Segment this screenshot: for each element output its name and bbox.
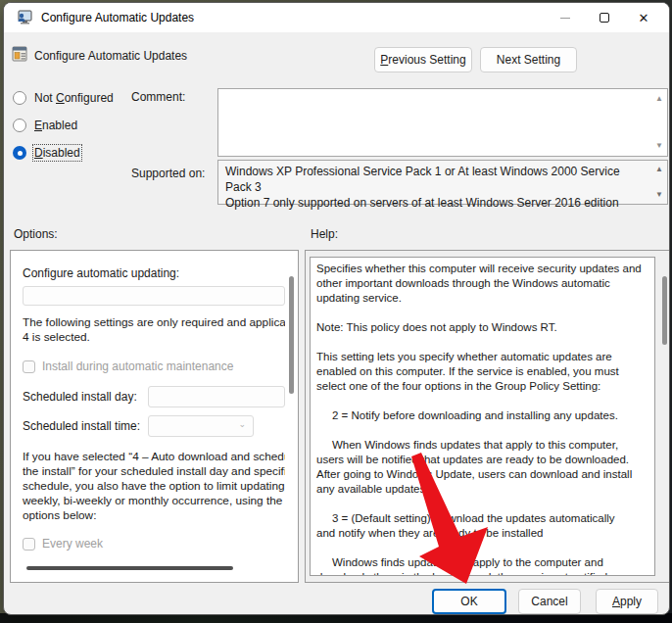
scheduled-day-row: Scheduled install day: xyxy=(23,386,285,407)
text-line: 3 = (Default setting) Download the updat… xyxy=(316,511,654,526)
text-line: weekly, bi-weekly or monthly occurrence,… xyxy=(23,494,285,508)
scroll-up-icon[interactable]: ▲ xyxy=(655,95,663,103)
radio-row-disabled[interactable]: Disabled xyxy=(13,146,80,160)
text-line: select one of the four options in the Gr… xyxy=(316,379,654,394)
help-text-box: Specifies whether this computer will rec… xyxy=(310,257,655,576)
every-week-checkbox-row: Every week xyxy=(23,537,285,551)
radio-not-configured[interactable] xyxy=(13,91,26,105)
cancel-button[interactable]: Cancel xyxy=(518,589,581,614)
ok-button[interactable]: OK xyxy=(432,589,506,614)
supported-on-label: Supported on: xyxy=(131,167,205,180)
scroll-down-icon[interactable]: ▼ xyxy=(655,191,663,199)
radio-label-enabled: Enabled xyxy=(34,119,77,132)
maximize-button[interactable] xyxy=(585,3,624,32)
text-line: 4 is selected. xyxy=(23,330,285,345)
window-controls: ✕ xyxy=(546,3,663,32)
text-line xyxy=(316,306,654,320)
text-line: The following settings are only required… xyxy=(23,315,285,330)
install-maintenance-checkbox[interactable] xyxy=(23,360,35,373)
text-line xyxy=(316,497,654,511)
supported-on-box: Windows XP Professional Service Pack 1 o… xyxy=(217,160,668,205)
previous-setting-button[interactable]: Previous Setting xyxy=(374,47,472,72)
every-week-label: Every week xyxy=(42,537,103,551)
configure-updating-combobox[interactable] xyxy=(23,286,285,306)
radio-disabled-selected[interactable] xyxy=(13,146,26,160)
options-label: Options: xyxy=(14,227,58,241)
options-panel: Configure automatic updating: The follow… xyxy=(10,250,299,583)
text-line: downloads them in the background; the us… xyxy=(316,570,654,576)
maximize-icon xyxy=(600,13,609,23)
close-button[interactable]: ✕ xyxy=(624,3,663,32)
every-week-checkbox[interactable] xyxy=(23,538,35,551)
comment-label: Comment: xyxy=(131,90,185,104)
radio-label-not-configured: Not Configured xyxy=(34,91,114,105)
options-horizontal-scrollbar[interactable] xyxy=(26,566,233,570)
radio-row-enabled[interactable]: Enabled xyxy=(13,119,77,132)
text-line: and notify when they are ready to be ins… xyxy=(316,526,654,541)
text-line: the install” for your scheduled install … xyxy=(23,464,285,479)
scheduled-time-row: Scheduled install time: ⌄ xyxy=(23,415,285,437)
maintenance-checkbox-row: Install during automatic maintenance xyxy=(23,359,285,373)
scheduled-time-dropdown[interactable]: ⌄ xyxy=(148,415,254,437)
minimize-icon xyxy=(560,18,570,19)
chevron-down-icon: ⌄ xyxy=(238,419,246,429)
apply-button[interactable]: Apply xyxy=(596,589,658,614)
options-content: Configure automatic updating: The follow… xyxy=(11,251,285,566)
text-line: schedule, you also have the option to li… xyxy=(23,479,285,494)
supported-on-text: Windows XP Professional Service Pack 1 o… xyxy=(225,164,646,211)
text-line: When Windows finds updates that apply to… xyxy=(316,438,654,453)
scheduled-day-field[interactable] xyxy=(148,386,285,407)
text-line: other important downloads through the Wi… xyxy=(316,276,654,291)
text-line: Specifies whether this computer will rec… xyxy=(316,262,654,276)
text-line: Windows XP Professional Service Pack 1 o… xyxy=(225,164,646,195)
options-schedule-paragraph: If you have selected “4 – Auto download … xyxy=(23,450,285,523)
text-line xyxy=(316,335,654,350)
text-line: updating service. xyxy=(316,291,654,306)
text-line xyxy=(316,423,654,438)
text-line: any available updates. xyxy=(316,482,654,497)
scheduled-time-label: Scheduled install time: xyxy=(23,419,148,433)
setting-title: Configure Automatic Updates xyxy=(34,49,187,63)
install-maintenance-label: Install during automatic maintenance xyxy=(42,359,233,373)
text-line: This setting lets you specify whether au… xyxy=(316,350,654,364)
help-panel: Specifies whether this computer will rec… xyxy=(305,250,670,583)
configure-updating-label: Configure automatic updating: xyxy=(23,266,285,280)
policy-setting-icon xyxy=(12,46,27,62)
configure-automatic-updates-dialog: Configure Automatic Updates ✕ Configure … xyxy=(3,2,670,615)
comment-textarea[interactable]: ▲ ▼ xyxy=(217,88,668,157)
text-line: enabled on this computer. If the service… xyxy=(316,364,654,379)
radio-row-not-configured[interactable]: Not Configured xyxy=(13,91,114,105)
window-title: Configure Automatic Updates xyxy=(41,11,194,24)
help-text: Specifies whether this computer will rec… xyxy=(316,262,654,576)
text-line: 2 = Notify before downloading and instal… xyxy=(316,408,654,423)
help-label: Help: xyxy=(311,227,338,241)
scroll-down-icon[interactable]: ▼ xyxy=(655,142,663,150)
text-line: After going to Windows Update, users can… xyxy=(316,467,654,482)
text-line xyxy=(316,541,654,555)
text-line xyxy=(316,394,654,408)
scheduled-day-label: Scheduled install day: xyxy=(23,390,148,404)
options-note-text: The following settings are only required… xyxy=(23,315,285,345)
text-line: users will be notified that updates are … xyxy=(316,453,654,467)
text-line: Option 7 only supported on servers of at… xyxy=(225,195,646,211)
group-policy-app-icon xyxy=(17,10,32,25)
radio-label-disabled: Disabled xyxy=(34,146,80,160)
help-vertical-scrollbar[interactable] xyxy=(662,276,667,345)
text-line: options below: xyxy=(23,508,285,523)
scroll-up-icon[interactable]: ▲ xyxy=(655,166,663,173)
text-line: Note: This policy does not apply to Wind… xyxy=(316,320,654,335)
text-line: Windows finds updates that apply to the … xyxy=(316,555,654,570)
next-setting-button[interactable]: Next Setting xyxy=(480,47,577,72)
options-vertical-scrollbar[interactable] xyxy=(289,276,294,394)
radio-enabled[interactable] xyxy=(13,119,26,132)
text-line: If you have selected “4 – Auto download … xyxy=(23,450,285,464)
title-bar: Configure Automatic Updates ✕ xyxy=(4,3,669,32)
minimize-button[interactable] xyxy=(546,3,585,32)
close-icon: ✕ xyxy=(639,12,649,24)
